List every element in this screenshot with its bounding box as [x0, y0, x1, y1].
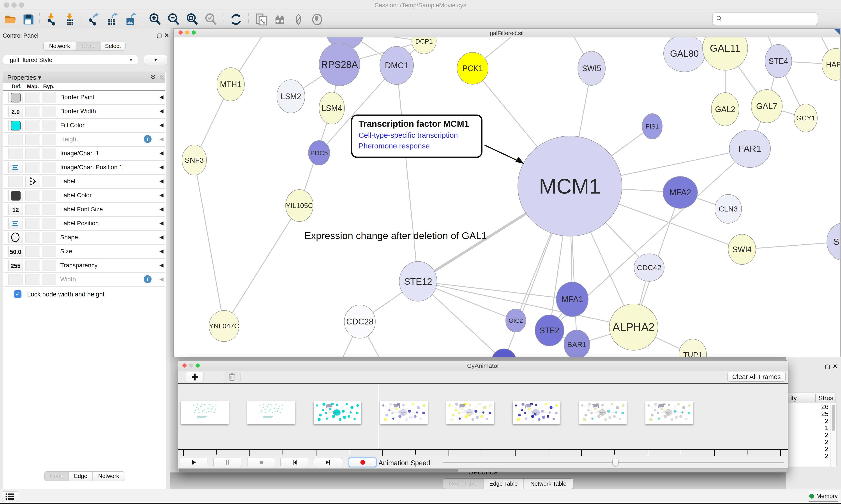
property-row[interactable]: Shape◀ — [3, 231, 165, 245]
def-cell[interactable] — [8, 148, 23, 159]
byp-cell[interactable] — [42, 148, 56, 159]
import-network-icon[interactable] — [45, 13, 58, 26]
table-row[interactable]: 1 — [788, 424, 831, 431]
byp-cell[interactable] — [42, 106, 56, 117]
tab-select[interactable]: Select — [101, 42, 125, 50]
property-row[interactable]: Image/Chart 1◀ — [3, 147, 165, 161]
def-cell[interactable]: 50.0 — [8, 246, 23, 257]
expand-property-arrow[interactable]: ◀ — [159, 276, 163, 282]
map-cell[interactable] — [25, 190, 40, 201]
expand-all-icon[interactable] — [149, 74, 157, 80]
export-table-icon[interactable] — [105, 13, 118, 26]
network-node-GAL11[interactable]: GAL11 — [702, 37, 748, 70]
annotation-link[interactable]: Pheromone response — [359, 142, 481, 150]
network-node-SWI4[interactable]: SWI4 — [728, 234, 756, 265]
map-cell[interactable] — [25, 260, 40, 271]
map-cell[interactable] — [25, 204, 40, 215]
add-frame-button[interactable] — [186, 372, 203, 382]
record-button[interactable] — [349, 457, 376, 467]
frame-thumbnail-6[interactable]: MCM1 — [579, 401, 627, 424]
hide-selected-icon[interactable] — [292, 13, 305, 26]
expand-property-arrow[interactable]: ◀ — [159, 178, 163, 184]
frame-thumbnail-7[interactable]: MCM1 — [645, 401, 693, 424]
property-row[interactable]: 255Transparency◀ — [3, 259, 165, 273]
byp-cell[interactable] — [42, 274, 56, 285]
table-column-header[interactable]: ity — [790, 395, 797, 402]
network-node-DMC1[interactable]: DMC1 — [380, 47, 413, 85]
table-row[interactable]: 2 — [788, 438, 831, 445]
memory-button[interactable]: Memory — [809, 491, 838, 502]
byp-cell[interactable] — [42, 92, 56, 103]
frame-thumbnail-4[interactable]: MCM1 — [446, 401, 494, 424]
def-cell[interactable]: 255 — [8, 260, 23, 271]
table-row[interactable]: 2 — [788, 431, 831, 438]
find-icon[interactable] — [273, 13, 286, 26]
byp-cell[interactable] — [42, 162, 56, 173]
expand-property-arrow[interactable]: ◀ — [159, 122, 163, 128]
export-image-icon[interactable] — [124, 13, 137, 26]
network-node-RPS28A[interactable]: RPS28A — [319, 43, 360, 86]
network-node-GAL7[interactable]: GAL7 — [751, 90, 782, 123]
network-node-GCY1[interactable]: GCY1 — [794, 104, 817, 132]
tab-edge-table[interactable]: Edge Table — [484, 479, 524, 489]
frame-thumbnail-1[interactable] — [247, 401, 295, 424]
frame-thumbnail-5[interactable]: MCM1 — [513, 401, 560, 424]
table-row[interactable]: 2 — [788, 417, 831, 424]
table-row[interactable]: 25 — [788, 410, 831, 417]
network-node-CDC42[interactable]: CDC42 — [634, 254, 664, 281]
stop-button[interactable] — [247, 457, 275, 467]
network-node-TUP1[interactable]: TUP1 — [679, 339, 706, 357]
animation-speed-slider-thumb[interactable] — [612, 458, 619, 466]
search-input[interactable] — [725, 14, 813, 23]
close-panel-icon[interactable]: ✕ — [164, 32, 169, 39]
network-node-SLT2[interactable]: SLT2 — [827, 223, 840, 260]
expand-property-arrow[interactable]: ◀ — [159, 220, 163, 226]
save-session-icon[interactable] — [22, 13, 35, 26]
float-panel-icon[interactable]: ▢ — [825, 363, 830, 370]
map-cell[interactable] — [25, 92, 40, 103]
network-canvas[interactable]: DCP1RPS28ADMC1PCK1MTH1LSM2LSM4SWI5GAL80G… — [174, 37, 840, 357]
show-all-icon[interactable] — [310, 13, 324, 26]
expand-property-arrow[interactable]: ◀ — [159, 234, 163, 240]
network-node-LSM4[interactable]: LSM4 — [319, 92, 344, 124]
clear-all-frames-button[interactable]: Clear All Frames — [727, 372, 786, 382]
byp-cell[interactable] — [42, 260, 56, 271]
network-node-SNF3[interactable]: SNF3 — [182, 145, 207, 175]
network-node-PCK1[interactable]: PCK1 — [457, 52, 488, 84]
network-node-PIS1[interactable]: PIS1 — [642, 114, 662, 139]
network-node-STE4[interactable]: STE4 — [765, 44, 792, 78]
close-panel-icon[interactable]: ✕ — [833, 363, 838, 370]
expand-property-arrow[interactable]: ◀ — [159, 206, 163, 212]
table-row[interactable]: 26 — [788, 403, 831, 410]
byp-cell[interactable] — [42, 218, 56, 229]
property-row[interactable]: 50.0Size◀ — [3, 245, 165, 259]
property-row[interactable]: Fill Color◀ — [3, 119, 165, 133]
tab-edge[interactable]: Edge — [69, 472, 93, 481]
def-cell[interactable] — [8, 190, 23, 201]
byp-cell[interactable] — [42, 246, 56, 257]
annotation-link[interactable]: Cell-type-specific transcription — [359, 131, 481, 140]
map-cell[interactable] — [25, 148, 40, 159]
map-cell[interactable] — [25, 218, 40, 229]
network-node-ALPHA2[interactable]: ALPHA2 — [609, 304, 658, 350]
zoom-in-icon[interactable] — [148, 13, 162, 26]
info-icon[interactable]: i — [144, 135, 151, 143]
table-column-header[interactable]: Stres — [819, 395, 833, 402]
property-row[interactable]: Label Position◀ — [3, 217, 165, 231]
frame-thumbnail-3[interactable]: MCM1 — [380, 401, 428, 424]
def-cell[interactable]: 12 — [8, 204, 23, 215]
network-node-unlabeled[interactable] — [492, 349, 516, 357]
float-panel-icon[interactable]: ▢ — [157, 32, 162, 39]
property-row[interactable]: Border Paint◀ — [3, 91, 165, 105]
zoom-fit-icon[interactable] — [186, 13, 199, 26]
network-node-SWI5[interactable]: SWI5 — [578, 51, 605, 85]
play-button[interactable] — [180, 457, 208, 467]
map-cell[interactable] — [25, 106, 40, 117]
tab-network[interactable]: Network — [43, 42, 76, 50]
apply-layout-icon[interactable] — [230, 13, 243, 26]
expand-property-arrow[interactable]: ◀ — [159, 192, 163, 198]
byp-cell[interactable] — [42, 134, 56, 145]
table-scrollbar[interactable] — [830, 403, 837, 467]
property-row[interactable]: Label◀ — [3, 175, 165, 189]
byp-cell[interactable] — [42, 190, 56, 201]
